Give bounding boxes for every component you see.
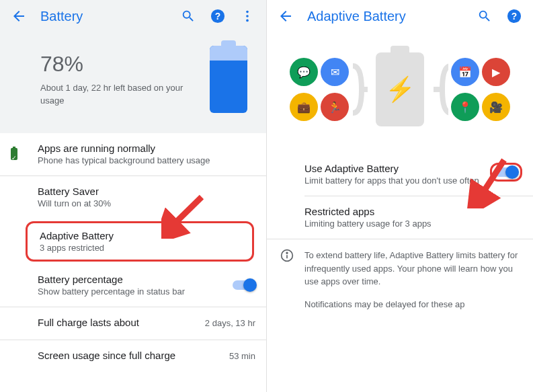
battery-hero: 78% About 1 day, 22 hr left based on you… [0,32,266,133]
connector-left-icon [352,52,368,126]
row-sub: Phone has typical background battery usa… [38,155,255,165]
full-charge-row[interactable]: Full charge lasts about 2 days, 13 hr [0,307,266,340]
connector-right-icon [432,52,448,126]
play-icon: ▶ [482,58,510,86]
row-sub: Will turn on at 30% [38,198,255,208]
search-icon[interactable] [477,8,493,24]
battery-percent: 78% [40,52,210,77]
row-value: 2 days, 13 hr [205,318,255,328]
row-title: Adaptive Battery [40,230,240,241]
screen-usage-row[interactable]: Screen usage since full charge 53 min [0,340,266,373]
svg-point-2 [246,11,249,13]
annotation-arrow [161,192,208,239]
help-icon[interactable]: ? [506,8,522,24]
annotation-arrow [467,155,514,208]
overflow-menu-icon[interactable] [239,8,255,24]
adaptive-battery-screen: Adaptive Battery ? 💬 💼 ✉ 🏃 ⚡ 📅 📍 ▶ 🎥 [267,0,533,392]
chat-icon: 💬 [290,58,318,86]
apps-status-row[interactable]: Apps are running normally Phone has typi… [0,133,266,175]
row-title: Battery percentage [38,274,233,285]
row-sub: Show battery percentage in status bar [38,286,233,297]
svg-text:?: ? [215,11,220,22]
adaptive-illustration: 💬 💼 ✉ 🏃 ⚡ 📅 📍 ▶ 🎥 [267,32,533,153]
row-title: Battery Saver [38,186,255,197]
video-icon: 🎥 [482,93,510,121]
battery-percentage-row[interactable]: Battery percentage Show battery percenta… [0,264,266,307]
svg-line-5 [169,197,202,229]
row-sub: Limit battery for apps that you don't us… [304,175,490,186]
battery-estimate: About 1 day, 22 hr left based on your us… [40,82,188,106]
briefcase-icon: 💼 [290,93,318,121]
svg-point-11 [286,252,288,253]
info-section: To extend battery life, Adaptive Battery… [267,239,533,329]
help-icon[interactable]: ? [210,8,226,24]
mail-icon: ✉ [321,58,349,86]
battery-settings-screen: Battery ? 78% About 1 day, 22 hr left ba… [0,0,266,392]
header: Adaptive Battery ? [267,0,533,32]
toggle-switch[interactable] [233,280,255,290]
battery-saver-row[interactable]: Battery Saver Will turn on at 30% [0,176,266,219]
row-title: Use Adaptive Battery [304,163,490,174]
adaptive-battery-row[interactable]: Adaptive Battery 3 apps restricted [26,221,254,262]
svg-line-8 [479,160,504,198]
svg-point-3 [246,15,249,17]
info-text: To extend battery life, Adaptive Battery… [304,249,520,288]
battery-large-icon [210,46,247,113]
back-icon[interactable] [11,8,27,24]
svg-text:?: ? [511,11,517,22]
row-sub: 3 apps restricted [40,243,240,253]
header: Battery ? [0,0,266,32]
location-icon: 📍 [451,93,479,121]
row-title: Screen usage since full charge [38,350,175,361]
row-sub: Limiting battery usage for 3 apps [304,219,522,229]
battery-ok-icon [11,148,17,160]
page-title: Adaptive Battery [307,9,463,24]
search-icon[interactable] [180,8,196,24]
row-title: Apps are running normally [38,143,255,154]
calendar-icon: 📅 [451,58,479,86]
info-icon [280,249,294,320]
battery-illustration-icon: ⚡ [376,52,424,126]
row-title: Full charge lasts about [38,317,139,328]
page-title: Battery [40,9,167,24]
info-text: Notifications may be delayed for these a… [304,298,520,311]
run-icon: 🏃 [321,93,349,121]
back-icon[interactable] [278,8,294,24]
svg-point-4 [246,19,249,22]
row-value: 53 min [229,351,255,361]
